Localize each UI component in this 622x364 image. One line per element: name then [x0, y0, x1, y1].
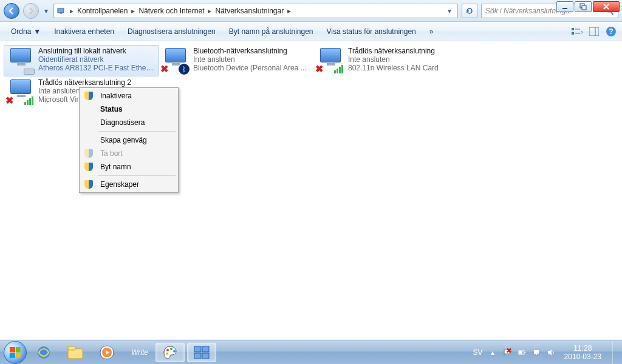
breadcrumb-item[interactable]: Nätverksanslutningar — [215, 7, 284, 15]
network-adapter-icon — [7, 47, 33, 73]
close-button[interactable] — [593, 1, 620, 12]
chevron-right-icon[interactable]: ▸ — [69, 7, 75, 15]
taskbar-control-panel-icon[interactable] — [187, 343, 216, 362]
context-menu: Inaktivera Status Diagnostisera Skapa ge… — [79, 87, 179, 193]
network-adapter-icon: ✖ — [316, 47, 343, 73]
svg-point-21 — [166, 349, 169, 351]
maximize-button[interactable] — [575, 1, 592, 12]
tray-show-hidden-icon[interactable]: ▴ — [488, 348, 497, 357]
connection-item-lan[interactable]: Anslutning till lokalt nätverk Oidentifi… — [4, 45, 159, 76]
window-controls — [556, 0, 622, 12]
svg-rect-17 — [68, 346, 75, 350]
minimize-button[interactable] — [556, 1, 573, 12]
chevron-right-icon[interactable]: ▸ — [286, 7, 292, 15]
svg-rect-36 — [536, 354, 537, 355]
disable-device-button[interactable]: Inaktivera enheten — [48, 25, 120, 38]
connection-name: Trådlös nätverksanslutning — [348, 47, 465, 55]
svg-rect-11 — [589, 27, 599, 36]
svg-rect-27 — [194, 353, 201, 359]
breadcrumb-bar[interactable]: ▸ Kontrollpanelen ▸ Nätverk och Internet… — [53, 4, 458, 18]
svg-rect-26 — [202, 346, 209, 352]
content-area: Anslutning till lokalt nätverk Oidentifi… — [0, 41, 622, 340]
refresh-button[interactable] — [462, 4, 477, 18]
connection-status: Inte ansluten — [348, 55, 465, 64]
svg-text:✖: ✖ — [506, 348, 511, 355]
network-adapter-icon: ✖ — [7, 78, 33, 105]
clock-time: 11:28 — [564, 344, 601, 352]
rename-connection-button[interactable]: Byt namn på anslutningen — [223, 25, 320, 38]
taskbar-ie-icon[interactable] — [29, 343, 58, 362]
taskbar: Write SV ▴ ✖ 11:28 2010-03-23 — [0, 340, 622, 364]
shield-icon — [84, 163, 93, 171]
view-status-button[interactable]: Visa status för anslutningen — [321, 25, 422, 38]
tray-volume-icon[interactable] — [546, 348, 556, 357]
svg-rect-34 — [519, 351, 522, 354]
svg-point-24 — [166, 352, 168, 355]
connection-device: Bluetooth Device (Personal Area ... — [193, 64, 310, 72]
network-adapter-icon: ✖ᛒ — [162, 47, 188, 73]
tray-network-icon[interactable] — [531, 348, 541, 357]
shield-icon — [84, 92, 93, 100]
connection-status: Inte ansluten — [193, 55, 310, 64]
connection-name: Bluetooth-nätverksanslutning — [193, 47, 310, 55]
svg-rect-5 — [58, 8, 64, 13]
svg-rect-25 — [194, 346, 201, 352]
connection-name: Trådlös nätverksanslutning 2 — [38, 78, 156, 87]
taskbar-explorer-icon[interactable] — [61, 343, 90, 362]
location-icon — [56, 6, 66, 16]
show-desktop-button[interactable] — [612, 341, 618, 364]
ctx-delete: Ta bort — [81, 147, 177, 160]
menu-separator — [98, 131, 176, 132]
shield-icon — [84, 180, 93, 189]
command-bar: Ordna▼ Inaktivera enheten Diagnostisera … — [0, 22, 622, 41]
svg-rect-7 — [572, 28, 574, 30]
ctx-shortcut[interactable]: Skapa genväg — [81, 133, 177, 147]
ctx-diagnose[interactable]: Diagnostisera — [81, 116, 177, 129]
connection-item-wifi[interactable]: ✖ Trådlös nätverksanslutning Inte anslut… — [313, 45, 468, 76]
connection-name: Anslutning till lokalt nätverk — [38, 47, 156, 55]
taskbar-paint-icon[interactable] — [156, 343, 185, 362]
help-button[interactable]: ? — [605, 25, 617, 38]
history-dropdown[interactable]: ▾ — [43, 5, 50, 16]
svg-point-22 — [170, 348, 173, 350]
connection-status: Oidentifierat nätverk — [38, 55, 156, 64]
taskbar-mediaplayer-icon[interactable] — [92, 343, 121, 362]
svg-text:?: ? — [609, 27, 613, 36]
system-tray: SV ▴ ✖ 11:28 2010-03-23 — [473, 341, 618, 364]
start-button[interactable] — [4, 341, 27, 364]
ctx-rename[interactable]: Byt namn — [81, 160, 177, 174]
breadcrumb-item[interactable]: Nätverk och Internet — [138, 7, 204, 15]
svg-text:Write: Write — [131, 348, 148, 357]
view-options-button[interactable] — [571, 25, 583, 38]
menu-separator — [98, 175, 176, 176]
preview-pane-button[interactable] — [588, 25, 600, 38]
svg-rect-35 — [534, 350, 539, 354]
back-button[interactable] — [4, 3, 19, 19]
connection-device: 802.11n Wireless LAN Card — [348, 64, 465, 72]
chevron-right-icon[interactable]: ▸ — [130, 7, 136, 15]
ctx-status[interactable]: Status — [81, 103, 177, 116]
tray-battery-icon[interactable] — [517, 348, 527, 357]
clock[interactable]: 11:28 2010-03-23 — [561, 344, 605, 361]
tray-flag-icon[interactable]: ✖ — [502, 348, 512, 357]
svg-rect-2 — [582, 5, 586, 10]
breadcrumb-item[interactable]: Kontrollpanelen — [77, 7, 128, 15]
clock-date: 2010-03-23 — [564, 352, 601, 361]
svg-rect-28 — [202, 353, 209, 359]
connection-item-bluetooth[interactable]: ✖ᛒ Bluetooth-nätverksanslutning Inte ans… — [159, 45, 313, 76]
chevron-right-icon[interactable]: ▸ — [207, 7, 213, 15]
address-bar: ▾ ▸ Kontrollpanelen ▸ Nätverk och Intern… — [0, 0, 622, 22]
ctx-properties[interactable]: Egenskaper — [81, 178, 177, 191]
svg-rect-6 — [60, 13, 62, 14]
ctx-disable[interactable]: Inaktivera — [81, 89, 177, 103]
language-indicator[interactable]: SV — [473, 348, 483, 357]
forward-button[interactable] — [23, 3, 39, 19]
address-dropdown[interactable]: ▾ — [444, 5, 455, 16]
shield-icon — [84, 149, 93, 158]
diagnose-button[interactable]: Diagnostisera anslutningen — [121, 25, 222, 38]
svg-point-23 — [173, 350, 176, 352]
more-commands[interactable]: » — [423, 25, 440, 38]
taskbar-write-icon[interactable]: Write — [124, 343, 153, 362]
connection-device: Atheros AR8132 PCI-E Fast Ethern... — [38, 64, 156, 72]
organize-menu[interactable]: Ordna▼ — [5, 25, 47, 38]
